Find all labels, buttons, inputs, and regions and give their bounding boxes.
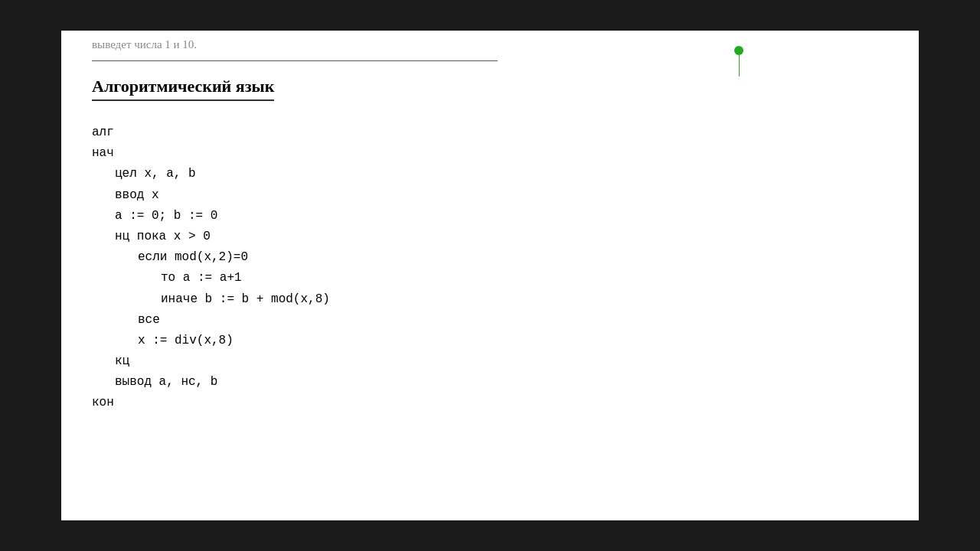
top-partial-text: выведет числа 1 и 10. bbox=[92, 38, 888, 51]
top-bar bbox=[0, 0, 980, 31]
code-line: кц bbox=[92, 351, 490, 372]
screen: выведет числа 1 и 10. Алгоритмический яз… bbox=[0, 0, 980, 551]
document: выведет числа 1 и 10. Алгоритмический яз… bbox=[61, 31, 919, 520]
code-line: все bbox=[92, 310, 490, 331]
code-line: ввод x bbox=[92, 185, 490, 206]
left-column: Алгоритмический язык алг нач цел x, a, b… bbox=[92, 77, 490, 414]
code-block: алг нач цел x, a, b ввод x a := 0; b := … bbox=[92, 122, 490, 414]
right-panel-wrapper: а-количество четных цифр – 1 b – сумма н… bbox=[540, 77, 919, 513]
code-line: нач bbox=[92, 143, 490, 164]
code-line: вывод a, нс, b bbox=[92, 372, 490, 393]
code-line: иначе b := b + mod(x,8) bbox=[92, 289, 490, 310]
code-line: то a := a+1 bbox=[92, 268, 490, 289]
rotation-handle-line bbox=[739, 55, 740, 77]
rotation-handle[interactable] bbox=[734, 46, 743, 55]
code-line: x := div(x,8) bbox=[92, 331, 490, 351]
code-line: кон bbox=[92, 393, 490, 413]
bottom-bar bbox=[0, 520, 980, 551]
code-line: a := 0; b := 0 bbox=[92, 206, 490, 227]
section-heading: Алгоритмический язык bbox=[92, 77, 274, 101]
code-line: если mod(x,2)=0 bbox=[92, 247, 490, 268]
code-line: нц пока x > 0 bbox=[92, 227, 490, 247]
code-line: цел x, a, b bbox=[92, 164, 490, 184]
code-line: алг bbox=[92, 122, 490, 143]
divider bbox=[92, 60, 498, 61]
